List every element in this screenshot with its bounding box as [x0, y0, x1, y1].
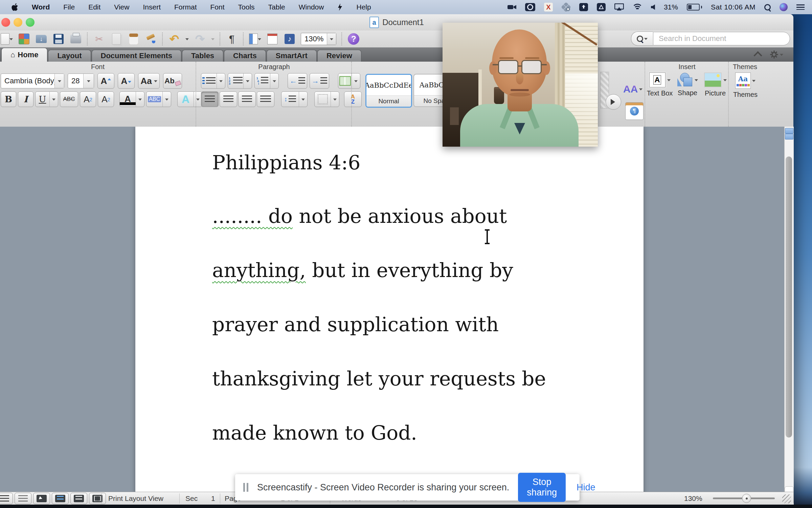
insert-picture-button[interactable]: Picture — [701, 72, 729, 97]
text-effects-gallery-button[interactable]: AA — [623, 83, 642, 95]
save-button[interactable] — [52, 33, 65, 45]
window-resize-grip[interactable] — [782, 494, 791, 503]
spotlight-icon[interactable] — [764, 4, 771, 10]
insert-shape-button[interactable]: Shape — [674, 73, 701, 97]
zoom-slider-knob[interactable] — [742, 494, 751, 503]
copy-button[interactable] — [110, 33, 122, 45]
columns-button[interactable] — [249, 33, 261, 45]
redo-dropdown[interactable] — [211, 38, 215, 42]
font-name-combo[interactable]: Cambria (Body) — [1, 73, 64, 88]
multilevel-list-button[interactable]: 1 a i — [254, 73, 279, 89]
volume-icon[interactable] — [651, 4, 655, 10]
menu-file[interactable]: File — [63, 3, 75, 11]
share-status-icon[interactable] — [579, 3, 588, 11]
siri-icon[interactable] — [780, 3, 788, 11]
italic-button[interactable]: I — [18, 91, 33, 107]
highlight-button[interactable]: ABC — [146, 91, 171, 107]
decrease-indent-button[interactable]: ← — [288, 73, 307, 89]
zoom-combo[interactable]: 130% — [301, 33, 336, 45]
toolbox-button[interactable] — [266, 33, 278, 45]
battery-icon[interactable] — [687, 4, 702, 10]
tab-tables[interactable]: Tables — [182, 50, 223, 62]
menu-help[interactable]: Help — [356, 3, 371, 11]
line-spacing-button[interactable]: ↕ — [281, 91, 308, 107]
tab-smartart[interactable]: SmartArt — [267, 50, 317, 62]
vertical-scrollbar[interactable] — [784, 127, 794, 506]
new-document-button[interactable] — [1, 33, 13, 45]
script-menu-icon[interactable] — [337, 3, 343, 11]
themes-button[interactable]: Aa Themes — [731, 72, 759, 99]
apple-menu-icon[interactable] — [12, 3, 18, 11]
print-button[interactable] — [70, 33, 82, 45]
zoom-dropdown[interactable] — [327, 33, 336, 45]
numbering-button[interactable]: 1 2 3 — [228, 73, 252, 89]
cut-button[interactable]: ✂ — [93, 33, 105, 45]
document-page[interactable]: Philippians 4:6 ........ do not be anxio… — [135, 127, 644, 506]
tab-document-elements[interactable]: Document Elements — [92, 50, 182, 62]
focus-view-button[interactable] — [89, 493, 106, 504]
menu-insert[interactable]: Insert — [143, 3, 161, 11]
gallery-button[interactable] — [18, 33, 30, 45]
help-button[interactable]: ? — [347, 33, 360, 45]
notebook-layout-button[interactable] — [70, 493, 87, 504]
tab-charts[interactable]: Charts — [224, 50, 266, 62]
shrink-font-button[interactable]: A — [118, 73, 135, 89]
show-formatting-button[interactable]: ¶ — [226, 33, 238, 45]
align-right-button[interactable] — [238, 91, 256, 107]
align-center-button[interactable] — [220, 91, 237, 107]
paste-button[interactable] — [128, 33, 140, 45]
increase-indent-button[interactable]: → — [310, 73, 329, 89]
open-button[interactable]: ↓ — [35, 33, 47, 45]
style-normal[interactable]: AaBbCcDdEe Normal — [365, 74, 412, 108]
title-bar[interactable]: a Document1 — [0, 14, 793, 31]
airplay-status-icon[interactable] — [614, 3, 624, 11]
camcorder-status-icon[interactable] — [508, 4, 516, 10]
publishing-layout-button[interactable] — [33, 493, 50, 504]
menu-tools[interactable]: Tools — [238, 3, 255, 11]
underline-button[interactable]: U — [35, 91, 58, 107]
menu-font[interactable]: Font — [210, 3, 225, 11]
search-input[interactable] — [653, 32, 790, 45]
view-mode-label[interactable]: Print Layout View — [108, 492, 163, 505]
wifi-icon[interactable] — [633, 4, 642, 10]
tab-layout[interactable]: Layout — [48, 50, 91, 62]
stop-sharing-button[interactable]: Stop sharing — [518, 473, 566, 502]
collapse-ribbon-button[interactable] — [753, 51, 762, 60]
notification-center-icon[interactable] — [796, 4, 805, 10]
screen-record-status-icon[interactable] — [525, 3, 535, 11]
draft-view-button[interactable] — [0, 493, 13, 504]
menu-edit[interactable]: Edit — [88, 3, 100, 11]
strikethrough-button[interactable]: ABC — [60, 91, 78, 107]
excel-status-icon[interactable]: X — [544, 3, 553, 12]
insert-text-box-button[interactable]: A Text Box — [646, 72, 674, 97]
menu-format[interactable]: Format — [174, 3, 197, 11]
extension-status-icon[interactable] — [562, 3, 570, 12]
search-scope-button[interactable] — [631, 31, 653, 46]
tab-home[interactable]: ⌂Home — [1, 48, 47, 62]
menu-app-name[interactable]: Word — [32, 3, 50, 11]
print-layout-button[interactable] — [52, 493, 69, 504]
manage-styles-button[interactable]: ¶ — [625, 102, 644, 120]
align-left-button[interactable] — [201, 91, 219, 107]
styles-expand-button[interactable] — [606, 94, 621, 110]
change-case-button[interactable]: Aa — [138, 73, 160, 89]
font-size-combo[interactable]: 28 — [68, 73, 94, 88]
grow-font-button[interactable]: A — [97, 73, 114, 89]
format-painter-button[interactable] — [145, 33, 157, 45]
scrollbar-thumb[interactable] — [786, 156, 792, 438]
borders-button[interactable] — [314, 91, 339, 107]
superscript-button[interactable]: A2 — [80, 91, 96, 107]
undo-dropdown[interactable] — [185, 38, 189, 42]
subscript-button[interactable]: A2 — [98, 91, 114, 107]
drive-status-icon[interactable] — [597, 3, 606, 11]
justify-button[interactable] — [257, 91, 274, 107]
scrollbar-top-button[interactable] — [785, 128, 793, 134]
redo-button[interactable]: ↷ — [194, 33, 206, 45]
media-browser-button[interactable]: ♪ — [284, 33, 296, 45]
clear-formatting-button[interactable]: Ab — [163, 73, 182, 89]
menu-window[interactable]: Window — [299, 3, 324, 11]
font-color-button[interactable]: A — [119, 91, 144, 107]
tab-review[interactable]: Review — [317, 50, 361, 62]
hide-banner-link[interactable]: Hide — [577, 482, 595, 493]
scrollbar-top-button-2[interactable] — [785, 134, 793, 140]
